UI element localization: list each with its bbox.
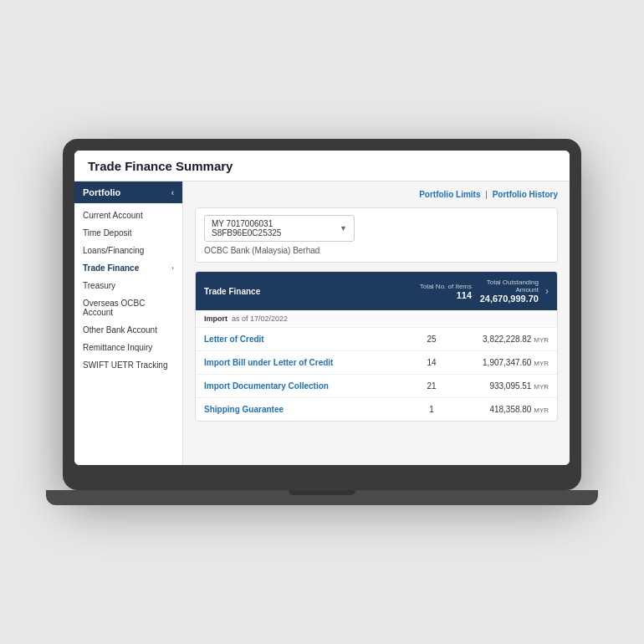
sidebar-item-label: Other Bank Account <box>83 325 157 335</box>
import-label-text: Import <box>204 314 227 323</box>
sidebar-header-label: Portfolio <box>83 187 120 197</box>
sidebar-item-trade-finance[interactable]: Trade Finance › <box>74 259 182 277</box>
import-date: as of 17/02/2022 <box>230 314 289 323</box>
tf-total-outstanding-label: Total Outstanding Amount <box>472 279 539 294</box>
row-import-bill-amount: 1,907,347.60 MYR <box>465 358 549 367</box>
tf-table-header: Trade Finance Total No. of Items 114 Tot… <box>196 272 557 310</box>
main-content: Portfolio ‹ Current Account Time Deposit <box>74 181 570 465</box>
content-area: Portfolio Limits | Portfolio History MY … <box>183 181 570 465</box>
trade-finance-table: Trade Finance Total No. of Items 114 Tot… <box>195 271 558 422</box>
sidebar: Portfolio ‹ Current Account Time Deposit <box>74 181 183 465</box>
sidebar-item-treasury[interactable]: Treasury <box>74 277 182 294</box>
row-shipping-guarantee-link[interactable]: Shipping Guarantee <box>204 405 398 414</box>
table-row: Letter of Credit 25 3,822,228.82 MYR <box>196 328 557 351</box>
sidebar-item-label: Trade Finance <box>83 263 139 273</box>
top-links: Portfolio Limits | Portfolio History <box>195 190 558 199</box>
account-number: MY 7017006031 S8FB96E0C25325 <box>212 219 340 238</box>
chevron-down-icon: ▼ <box>340 224 347 233</box>
page-header: Trade Finance Summary <box>74 151 570 181</box>
account-bank-name: OCBC Bank (Malaysia) Berhad <box>204 246 549 255</box>
screen: Trade Finance Summary Portfolio ‹ Curren… <box>74 151 570 465</box>
sidebar-item-other-bank[interactable]: Other Bank Account <box>74 321 182 339</box>
sidebar-item-arrow-icon: › <box>171 264 174 272</box>
laptop-base <box>46 490 598 505</box>
sidebar-item-label: SWIFT UETR Tracking <box>83 360 168 370</box>
row-letter-of-credit-count: 25 <box>398 335 465 344</box>
sidebar-item-label: Time Deposit <box>83 228 132 238</box>
tf-header-arrow-icon[interactable]: › <box>545 285 549 297</box>
table-row: Import Documentary Collection 21 933,095… <box>196 375 557 398</box>
laptop-screen-frame: Trade Finance Summary Portfolio ‹ Curren… <box>63 139 581 490</box>
row-documentary-collection-amount: 933,095.51 MYR <box>465 381 549 391</box>
sidebar-header: Portfolio ‹ <box>74 181 182 203</box>
row-import-bill-count: 14 <box>398 358 465 367</box>
sidebar-collapse-icon[interactable]: ‹ <box>171 188 174 197</box>
row-letter-of-credit-amount: 3,822,228.82 MYR <box>465 335 549 344</box>
sidebar-item-current-account[interactable]: Current Account <box>74 207 182 224</box>
row-import-bill-link[interactable]: Import Bill under Letter of Credit <box>204 358 398 367</box>
page-title: Trade Finance Summary <box>88 159 233 173</box>
sidebar-item-label: Overseas OCBC Account <box>83 299 174 317</box>
sidebar-item-swift[interactable]: SWIFT UETR Tracking <box>74 356 182 374</box>
tf-header-label: Trade Finance <box>204 287 405 296</box>
row-documentary-collection-link[interactable]: Import Documentary Collection <box>204 381 398 391</box>
tf-total-items-value: 114 <box>405 290 472 300</box>
sidebar-item-overseas-account[interactable]: Overseas OCBC Account <box>74 294 182 321</box>
account-selector: MY 7017006031 S8FB96E0C25325 ▼ OCBC Bank… <box>195 207 558 263</box>
sidebar-item-label: Treasury <box>83 281 115 290</box>
import-section-label: Import as of 17/02/2022 <box>196 310 557 328</box>
row-shipping-guarantee-count: 1 <box>398 405 465 414</box>
link-separator: | <box>485 190 488 199</box>
row-shipping-guarantee-amount: 418,358.80 MYR <box>465 405 549 414</box>
tf-total-outstanding-col: Total Outstanding Amount 24,670,999.70 <box>472 279 539 304</box>
table-row: Shipping Guarantee 1 418,358.80 MYR <box>196 398 557 421</box>
app-container: Trade Finance Summary Portfolio ‹ Curren… <box>74 151 570 465</box>
row-letter-of-credit-link[interactable]: Letter of Credit <box>204 335 398 344</box>
sidebar-item-remittance[interactable]: Remittance Inquiry <box>74 339 182 356</box>
portfolio-history-link[interactable]: Portfolio History <box>493 190 558 199</box>
tf-total-items-col: Total No. of Items 114 <box>405 283 472 300</box>
account-dropdown[interactable]: MY 7017006031 S8FB96E0C25325 ▼ <box>204 215 355 242</box>
tf-total-outstanding-value: 24,670,999.70 <box>472 294 539 304</box>
sidebar-item-label: Remittance Inquiry <box>83 343 152 352</box>
table-row: Import Bill under Letter of Credit 14 1,… <box>196 351 557 375</box>
sidebar-item-time-deposit[interactable]: Time Deposit <box>74 224 182 242</box>
sidebar-item-loans-financing[interactable]: Loans/Financing <box>74 242 182 259</box>
sidebar-item-label: Current Account <box>83 211 143 220</box>
sidebar-item-label: Loans/Financing <box>83 246 144 255</box>
portfolio-limits-link[interactable]: Portfolio Limits <box>419 190 480 199</box>
row-documentary-collection-count: 21 <box>398 381 465 391</box>
sidebar-menu: Current Account Time Deposit Loans/Finan… <box>74 203 182 377</box>
tf-total-items-label: Total No. of Items <box>405 283 472 290</box>
